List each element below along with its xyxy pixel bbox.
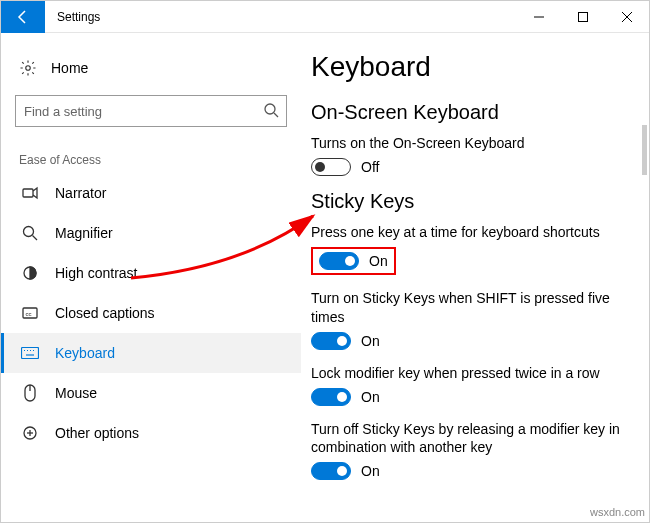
setting-label: Turns on the On-Screen Keyboard <box>311 134 629 152</box>
svg-point-4 <box>26 66 31 71</box>
annotation-highlight: On <box>311 247 396 275</box>
home-label: Home <box>51 60 88 76</box>
back-button[interactable] <box>1 1 45 33</box>
sidebar-item-label: Closed captions <box>55 305 155 321</box>
search-wrap <box>15 95 287 127</box>
window-controls <box>517 1 649 33</box>
content-pane: Keyboard On-Screen Keyboard Turns on the… <box>301 33 649 523</box>
home-button[interactable]: Home <box>1 49 301 87</box>
search-input[interactable] <box>15 95 287 127</box>
toggle-osk[interactable] <box>311 158 351 176</box>
toggle-sticky-lock[interactable] <box>311 388 351 406</box>
toggle-sticky-release[interactable] <box>311 462 351 480</box>
maximize-button[interactable] <box>561 1 605 33</box>
setting-sticky-lock: Lock modifier key when pressed twice in … <box>311 364 629 406</box>
setting-label: Turn off Sticky Keys by releasing a modi… <box>311 420 629 456</box>
close-button[interactable] <box>605 1 649 33</box>
arrow-left-icon <box>15 9 31 25</box>
minimize-button[interactable] <box>517 1 561 33</box>
titlebar: Settings <box>1 1 649 33</box>
setting-label: Turn on Sticky Keys when SHIFT is presse… <box>311 289 629 325</box>
setting-osk: Turns on the On-Screen Keyboard Off <box>311 134 629 176</box>
sidebar-item-label: Other options <box>55 425 139 441</box>
toggle-state: On <box>361 389 380 405</box>
window-title: Settings <box>45 10 100 24</box>
sidebar-item-label: Magnifier <box>55 225 113 241</box>
toggle-sticky-shortcuts[interactable] <box>319 252 359 270</box>
setting-label: Press one key at a time for keyboard sho… <box>311 223 629 241</box>
setting-sticky-shortcuts: Press one key at a time for keyboard sho… <box>311 223 629 275</box>
toggle-knob <box>337 336 347 346</box>
scrollbar[interactable] <box>642 125 647 175</box>
narrator-icon <box>21 184 39 202</box>
plus-circle-icon <box>21 424 39 442</box>
sidebar-item-label: Keyboard <box>55 345 115 361</box>
svg-text:cc: cc <box>26 311 32 317</box>
sidebar-item-magnifier[interactable]: Magnifier <box>1 213 301 253</box>
toggle-knob <box>337 392 347 402</box>
toggle-knob <box>345 256 355 266</box>
setting-sticky-shift5: Turn on Sticky Keys when SHIFT is presse… <box>311 289 629 349</box>
toggle-knob <box>315 162 325 172</box>
section-heading-sticky: Sticky Keys <box>311 190 629 213</box>
section-heading-osk: On-Screen Keyboard <box>311 101 629 124</box>
sidebar-item-label: Narrator <box>55 185 106 201</box>
toggle-state: Off <box>361 159 379 175</box>
page-title: Keyboard <box>311 51 629 83</box>
contrast-icon <box>21 264 39 282</box>
sidebar-item-other-options[interactable]: Other options <box>1 413 301 453</box>
svg-line-6 <box>274 113 278 117</box>
search-icon <box>263 102 279 122</box>
gear-icon <box>19 59 37 77</box>
sidebar-item-closed-captions[interactable]: cc Closed captions <box>1 293 301 333</box>
toggle-state: On <box>361 333 380 349</box>
mouse-icon <box>21 384 39 402</box>
svg-rect-13 <box>22 348 39 359</box>
svg-point-8 <box>24 227 34 237</box>
captions-icon: cc <box>21 304 39 322</box>
toggle-state: On <box>369 253 388 269</box>
sidebar-item-high-contrast[interactable]: High contrast <box>1 253 301 293</box>
sidebar-item-keyboard[interactable]: Keyboard <box>1 333 301 373</box>
keyboard-icon <box>21 344 39 362</box>
sidebar-item-label: High contrast <box>55 265 137 281</box>
svg-rect-1 <box>579 12 588 21</box>
sidebar-item-mouse[interactable]: Mouse <box>1 373 301 413</box>
toggle-sticky-shift5[interactable] <box>311 332 351 350</box>
magnifier-icon <box>21 224 39 242</box>
setting-label: Lock modifier key when pressed twice in … <box>311 364 629 382</box>
setting-sticky-release: Turn off Sticky Keys by releasing a modi… <box>311 420 629 480</box>
svg-point-5 <box>265 104 275 114</box>
watermark: wsxdn.com <box>590 506 645 518</box>
sidebar: Home Ease of Access Narrator Magnifier H… <box>1 33 301 523</box>
toggle-state: On <box>361 463 380 479</box>
toggle-knob <box>337 466 347 476</box>
sidebar-item-label: Mouse <box>55 385 97 401</box>
sidebar-group-label: Ease of Access <box>1 141 301 173</box>
svg-line-9 <box>33 236 38 241</box>
sidebar-item-narrator[interactable]: Narrator <box>1 173 301 213</box>
svg-rect-7 <box>23 189 33 197</box>
